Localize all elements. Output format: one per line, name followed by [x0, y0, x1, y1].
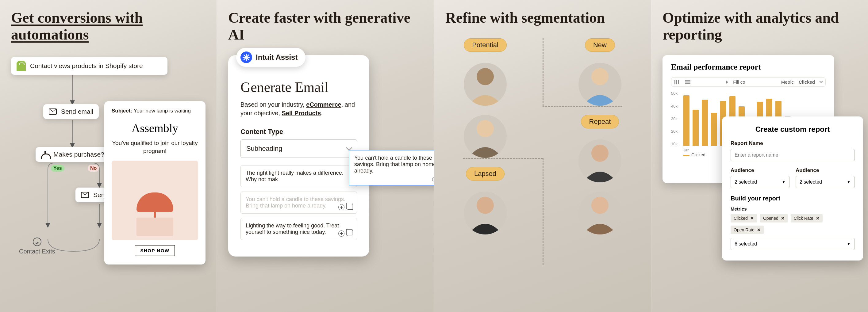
segment-chip-lapsed[interactable]: Lapsed	[466, 167, 504, 180]
segment-chip-potential[interactable]: Potential	[464, 38, 507, 52]
envelope-icon	[49, 108, 57, 115]
branch-icon	[41, 151, 49, 158]
form-title: Create custom report	[731, 125, 855, 134]
audience-label: Audience	[796, 167, 855, 173]
audience-select-1[interactable]: 2 selected ▼	[731, 176, 789, 188]
automation-canvas: Contact views products in Shopify store …	[11, 55, 206, 270]
node-send-email[interactable]: Send email	[43, 104, 99, 119]
chevron-down-icon	[346, 145, 352, 151]
chevron-down-icon[interactable]	[819, 79, 823, 83]
shop-now-button[interactable]: SHOP NOW	[135, 245, 175, 256]
panel-title-segmentation: Refine with segmentation	[445, 9, 640, 26]
segment-chip-new[interactable]: New	[585, 38, 615, 52]
svg-point-1	[477, 120, 494, 137]
ai-suggestion-2[interactable]: You can't hold a candle to these savings…	[241, 192, 357, 214]
create-custom-report-card: Create custom report Report Name Audienc…	[722, 116, 863, 261]
intuit-assist-chip[interactable]: Intuit Assist	[236, 48, 306, 67]
remove-icon[interactable]: ✕	[816, 216, 819, 221]
divider-vertical	[542, 158, 544, 265]
avatar	[464, 63, 507, 106]
segmentation-canvas: Potential Lapsed New Repeat	[445, 38, 640, 265]
ai-generate-card: Intuit Assist Generate Email Based on yo…	[228, 55, 369, 256]
fill-icon[interactable]	[726, 80, 728, 84]
avatar	[579, 63, 621, 106]
node-label: Send email	[61, 108, 93, 115]
panel-title-analytics: Optimize with analytics and reporting	[662, 9, 857, 43]
email-subhead: You've qualified to join our loyalty pro…	[112, 139, 198, 155]
node-trigger-shopify[interactable]: Contact views products in Shopify store	[11, 57, 167, 75]
toolbar-fill-label[interactable]: Fill co	[733, 79, 745, 84]
panel-segmentation[interactable]: Refine with segmentation Potential Lapse…	[434, 0, 651, 312]
branch-pill-yes: Yes	[51, 165, 64, 172]
node-label: Contact views products in Shopify store	[30, 62, 143, 70]
lamp-icon	[136, 193, 173, 212]
metric-tags: Clicked✕ Opened✕ Click Rate✕ Open Rate✕	[731, 214, 855, 234]
remove-icon[interactable]: ✕	[750, 216, 754, 221]
email-hero-image	[112, 161, 198, 240]
metrics-label: Metrics	[731, 206, 855, 211]
metric-tag[interactable]: Open Rate✕	[731, 226, 764, 234]
ai-suggestion-3[interactable]: Lighting the way to feeling good. Treat …	[241, 218, 357, 240]
content-type-value: Subheading	[246, 145, 282, 152]
avatar	[464, 192, 507, 235]
chart-bar	[711, 113, 717, 146]
toolbar-metric-label: Metric	[781, 79, 794, 84]
build-report-heading: Build your report	[731, 195, 855, 202]
node-contact-exits: Contact Exits	[19, 238, 55, 255]
copy-icon[interactable]	[347, 204, 353, 210]
audience-select-2[interactable]: 2 selected ▼	[796, 176, 855, 188]
assist-chip-label: Intuit Assist	[256, 53, 298, 62]
panel-title-automations[interactable]: Get conversions with automations	[11, 9, 206, 43]
toolbar-metric-value[interactable]: Clicked	[799, 79, 815, 84]
ai-suggestion-1[interactable]: The right light really makes a differenc…	[241, 165, 357, 187]
report-name-label: Report Name	[731, 140, 855, 146]
chart-type-bar-icon[interactable]	[675, 80, 680, 84]
panel-generative-ai[interactable]: Create faster with generative AI Intuit …	[217, 0, 434, 312]
email-subject: Your new lamp is waiting	[133, 108, 190, 114]
panel-automations[interactable]: Get conversions with automations Contact…	[0, 0, 217, 312]
shopify-icon	[17, 61, 26, 71]
copy-icon[interactable]	[347, 231, 353, 236]
email-brand: Assembly	[112, 122, 198, 135]
report-title: Email performance report	[671, 63, 826, 72]
metric-tag[interactable]: Opened✕	[760, 214, 788, 222]
email-preview-card: Subject: Your new lamp is waiting Assemb…	[104, 101, 206, 264]
chart-y-axis: 50k 40k 30k 20k 10k	[671, 91, 678, 146]
divider-vertical	[542, 38, 544, 106]
branch-pill-no: No	[88, 165, 99, 172]
avatar	[464, 115, 507, 158]
content-type-select[interactable]: Subheading	[241, 139, 357, 158]
email-subject-label: Subject:	[112, 108, 132, 114]
ai-description: Based on your industry, eCommerce, and y…	[241, 100, 357, 117]
panel-title-ai: Create faster with generative AI	[228, 9, 423, 43]
insert-icon[interactable]	[338, 231, 344, 237]
chart-type-stacked-icon[interactable]	[685, 80, 690, 84]
insert-icon[interactable]	[338, 204, 344, 210]
segment-chip-repeat[interactable]: Repeat	[581, 115, 619, 129]
check-circle-icon	[33, 238, 41, 246]
report-name-input[interactable]	[731, 149, 855, 161]
chart-toolbar: Fill co Metric Clicked	[671, 77, 826, 87]
audience-label: Audience	[731, 167, 789, 173]
ai-link-objective[interactable]: Sell Products	[282, 110, 321, 116]
panel-analytics[interactable]: Optimize with analytics and reporting Em…	[651, 0, 868, 312]
metrics-select[interactable]: 6 selected ▼	[731, 238, 855, 250]
svg-point-0	[477, 68, 494, 85]
ai-heading: Generate Email	[241, 79, 357, 95]
envelope-icon	[81, 192, 89, 198]
remove-icon[interactable]: ✕	[781, 216, 784, 221]
remove-icon[interactable]: ✕	[757, 228, 761, 232]
metric-tag[interactable]: Clicked✕	[731, 214, 757, 222]
content-type-label: Content Type	[241, 128, 357, 136]
avatar	[579, 192, 621, 235]
node-label: Makes purchase?	[53, 151, 104, 158]
svg-point-4	[591, 145, 609, 162]
legend-swatch	[683, 155, 689, 156]
assist-spark-icon	[241, 51, 252, 63]
svg-point-5	[591, 197, 609, 214]
ai-link-industry[interactable]: eCommerce	[306, 101, 341, 108]
chart-bar	[683, 95, 689, 146]
svg-point-2	[477, 197, 494, 214]
metric-tag[interactable]: Click Rate✕	[791, 214, 823, 222]
node-decision-purchase[interactable]: Makes purchase?	[36, 147, 110, 162]
